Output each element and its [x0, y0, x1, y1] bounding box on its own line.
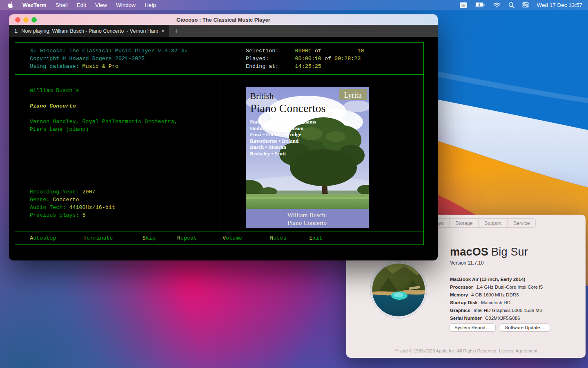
album-title-line1: British — [250, 91, 274, 101]
window-title: Giocoso : The Classical Music Player — [176, 17, 270, 23]
zoom-window-button[interactable] — [31, 17, 37, 22]
spec-row: Serial NumberC02MXJF5G086 — [450, 314, 581, 322]
played-elapsed: 00:00:10 — [295, 56, 321, 62]
banner-database: Using database: Music & Pro — [30, 63, 187, 70]
previous-plays-row: Previous plays: 5 — [30, 211, 115, 219]
wifi-icon[interactable] — [493, 2, 501, 8]
tui-menu-bar: Autostop Terminate Skip Repeat Volume No… — [15, 231, 423, 245]
previous-plays: 5 — [82, 212, 86, 218]
status-selection: Selection: 00001 of 10 — [246, 47, 364, 55]
battery-charging-icon[interactable] — [475, 2, 486, 7]
terminal-tab-active[interactable]: 1: Now playing: William Busch - Piano Co… — [9, 25, 169, 37]
system-report-button[interactable]: System Report… — [449, 323, 496, 332]
spec-row: Memory4 GB 1600 MHz DDR3 — [450, 291, 581, 299]
tui-header: ♬♪ Giocoso: The Classical Music Player v… — [15, 43, 423, 75]
composers-line: Stanford • Vaughan Williams — [250, 119, 316, 125]
genre: Concerto — [53, 197, 79, 203]
audio-tech: 44100Hz/16-bit — [69, 204, 115, 211]
menu-terminate[interactable]: Terminate — [83, 234, 113, 242]
composers-line: Finzi • Foulds • Bridge — [250, 131, 301, 137]
composers-line: Berkeley • Scott — [250, 150, 286, 157]
recording-year-row: Recording Year: 2007 — [30, 188, 115, 196]
selection-value: 00001 — [295, 48, 312, 54]
menubar-app-name[interactable]: WezTerm — [18, 2, 51, 8]
hardware-specs: MacBook Air (13-inch, Early 2014) Proces… — [450, 276, 581, 322]
album-caption-line1: William Busch: — [287, 211, 327, 218]
recording-metadata: Recording Year: 2007 Genre: Concerto Aud… — [30, 188, 115, 219]
menubar-item-view[interactable]: View — [91, 2, 111, 8]
label-name: Lyrita — [344, 91, 362, 99]
menu-bar-clock[interactable]: Wed 17 Dec 13:57 — [537, 2, 582, 8]
close-window-button[interactable] — [15, 17, 20, 22]
selection-total: 10 — [357, 48, 364, 54]
menubar-item-edit[interactable]: Edit — [72, 2, 91, 8]
menu-skip[interactable]: Skip — [143, 234, 156, 242]
menu-exit[interactable]: Exit — [309, 234, 322, 242]
performers-line1: Vernon Handley, Royal Philharmonic Orche… — [30, 118, 178, 126]
terminal-titlebar[interactable]: Giocoso : The Classical Music Player — [9, 14, 438, 25]
os-release: Big Sur — [491, 246, 528, 258]
terminal-tab-bar: 1: Now playing: William Busch - Piano Co… — [9, 25, 438, 37]
album-art: Lyrita British Piano Concertos Stanford … — [246, 87, 369, 228]
menubar-item-shell[interactable]: Shell — [51, 2, 72, 8]
recording-year: 2007 — [82, 189, 96, 195]
keyboard-icon[interactable] — [460, 2, 467, 8]
new-tab-button[interactable]: + — [169, 25, 184, 37]
menubar-item-help[interactable]: Help — [140, 2, 160, 8]
software-update-button[interactable]: Software Update… — [500, 323, 550, 332]
minimize-window-button[interactable] — [23, 17, 29, 22]
tab-support[interactable]: Support — [478, 219, 507, 227]
os-name: macOS — [450, 246, 488, 258]
spec-row: Startup DiskMacintosh HD — [450, 299, 581, 307]
big-sur-photo — [370, 261, 427, 319]
menu-volume[interactable]: Volume — [223, 234, 242, 242]
work-title: Piano Concerto — [30, 102, 178, 110]
search-icon[interactable] — [508, 2, 514, 8]
terminal-screen[interactable]: ♬♪ Giocoso: The Classical Music Player v… — [9, 37, 438, 260]
giocoso-banner: ♬♪ Giocoso: The Classical Music Player v… — [30, 47, 187, 70]
tab-service[interactable]: Service — [507, 219, 535, 227]
apple-menu[interactable] — [6, 2, 18, 9]
macos-menu-bar: WezTerm Shell Edit View Window Help Wed … — [0, 0, 588, 10]
spec-model: MacBook Air (13-inch, Early 2014) — [450, 276, 581, 283]
tab-close-icon[interactable]: ✕ — [158, 28, 165, 34]
played-total: 00:28:23 — [334, 56, 361, 62]
menu-autostop[interactable]: Autostop — [30, 234, 56, 242]
about-footer-legal: ™ and © 1983-2023 Apple Inc. All Rights … — [346, 348, 586, 353]
giocoso-tui: ♬♪ Giocoso: The Classical Music Player v… — [15, 42, 424, 245]
composers-line: Busch • Moeran — [250, 144, 287, 150]
status-ending: Ending at: 14:25:25 — [246, 63, 364, 70]
genre-row: Genre: Concerto — [30, 196, 115, 204]
os-title: macOSBig Sur — [450, 246, 581, 258]
ending-time: 14:25:25 — [295, 63, 321, 70]
tab-label: 1: Now playing: William Busch - Piano Co… — [14, 28, 158, 34]
menu-repeat[interactable]: Repeat — [177, 234, 197, 242]
tab-storage[interactable]: Storage — [449, 219, 478, 227]
composers-line: Rawsthorne • Ireland — [250, 138, 299, 144]
playback-status: Selection: 00001 of 10 Played: 00:00:10 … — [246, 47, 364, 70]
tui-main: William Busch's Piano Concerto Vernon Ha… — [15, 75, 423, 231]
banner-copyright: Copyright © Howard Rogers 2021-2025 — [30, 55, 187, 63]
os-version: Version 11.7.10 — [450, 260, 581, 266]
performers-line2: Piers Lane (piano) — [30, 126, 178, 133]
banner-title: ♬♪ Giocoso: The Classical Music Player v… — [30, 47, 187, 55]
composer-name: William Busch's — [30, 87, 178, 94]
now-playing-panel: William Busch's Piano Concerto Vernon Ha… — [30, 87, 178, 133]
composers-line: Hoddinott • Williamson — [250, 125, 304, 131]
traffic-lights — [15, 17, 37, 22]
menu-notes[interactable]: Notes — [270, 234, 286, 242]
wezterm-window: Giocoso : The Classical Music Player 1: … — [9, 14, 438, 260]
panel-divider — [220, 75, 220, 231]
control-center-icon[interactable] — [522, 2, 529, 8]
spec-row: GraphicsIntel HD Graphics 5000 1536 MB — [450, 307, 581, 314]
apple-icon — [7, 2, 13, 9]
menubar-item-window[interactable]: Window — [111, 2, 140, 8]
audio-tech-row: Audio Tech: 44100Hz/16-bit — [30, 204, 115, 211]
album-caption-line2: Piano Concerto — [287, 219, 327, 226]
database-name: Music & Pro — [82, 63, 118, 70]
album-title-line2: Piano Concertos — [250, 102, 325, 114]
spec-row: Processor1.4 GHz Dual-Core Intel Core i5 — [450, 283, 581, 291]
status-played: Played: 00:00:10 of 00:28:23 — [246, 55, 364, 63]
